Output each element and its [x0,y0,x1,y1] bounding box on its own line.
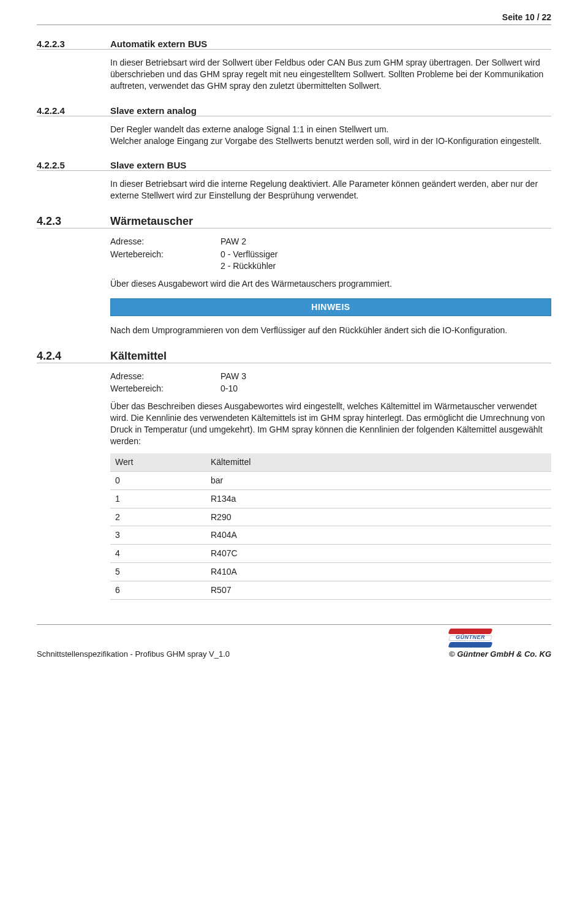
page-number: Seite 10 / 22 [37,12,551,25]
range-label: Wertebereich: [110,249,221,272]
section-title: Slave extern analog [110,105,197,116]
address-value: PAW 3 [221,371,551,382]
page-footer: Schnittstellenspezifikation - Profibus G… [37,624,551,659]
section-description: Über dieses Ausgabewort wird die Art des… [110,278,551,290]
table-cell: R410A [206,563,551,581]
table-row: 6R507 [110,581,551,600]
table-row: 2R290 [110,508,551,526]
table-cell: 1 [110,489,206,508]
table-cell: R290 [206,508,551,526]
table-cell: 0 [110,471,206,489]
range-label: Wertebereich: [110,383,221,395]
address-label: Adresse: [110,236,221,248]
table-row: 5R410A [110,563,551,581]
section-title: Kältemittel [110,350,167,363]
section-heading-4225: 4.2.2.5 Slave extern BUS [37,160,551,171]
section-heading-423: 4.2.3 Wärmetauscher [37,215,551,229]
footer-left: Schnittstellenspezifikation - Profibus G… [37,649,230,659]
table-cell: R507 [206,581,551,600]
address-label: Adresse: [110,371,221,382]
footer-right: © Güntner GmbH & Co. KG [449,649,551,659]
table-row: 4R407C [110,545,551,563]
section-body: Adresse: PAW 3 Wertebereich: 0-10 Über d… [110,371,551,600]
table-cell: 6 [110,581,206,600]
section-number: 4.2.2.3 [37,39,110,49]
range-value: 0-10 [221,383,551,395]
table-row: 3R404A [110,526,551,545]
table-cell: 5 [110,563,206,581]
table-cell: bar [206,471,551,489]
logo-text: GÜNTNER [449,634,492,640]
table-cell: 2 [110,508,206,526]
section-number: 4.2.2.4 [37,105,110,116]
table-cell: 3 [110,526,206,545]
section-body: Der Regler wandelt das externe analoge S… [110,124,551,147]
refrigerant-table: Wert Kältemittel 0bar 1R134a 2R290 3R404… [110,453,551,600]
note-title: HINWEIS [111,299,551,316]
section-heading-4223: 4.2.2.3 Automatik extern BUS [37,39,551,50]
table-cell: R407C [206,545,551,563]
range-value: 0 - Verflüssiger 2 - Rückkühler [221,249,551,272]
section-description: Über das Beschreiben dieses Ausgabeworte… [110,401,551,447]
note-body: Nach dem Umprogrammieren von dem Verflüs… [110,325,551,336]
table-row: 1R134a [110,489,551,508]
table-cell: R404A [206,526,551,545]
address-value: PAW 2 [221,236,551,248]
section-title: Automatik extern BUS [110,39,207,49]
table-cell: R134a [206,489,551,508]
section-title: Slave extern BUS [110,160,186,170]
table-header-value: Wert [110,453,206,471]
section-heading-4224: 4.2.2.4 Slave extern analog [37,105,551,116]
section-number: 4.2.4 [37,350,110,363]
guentner-logo-icon: GÜNTNER © Güntner GmbH & Co. KG [449,629,551,659]
section-number: 4.2.3 [37,215,110,228]
section-title: Wärmetauscher [110,215,193,228]
section-number: 4.2.2.5 [37,160,110,170]
table-cell: 4 [110,545,206,563]
table-row: 0bar [110,471,551,489]
section-body: Adresse: PAW 2 Wertebereich: 0 - Verflüs… [110,236,551,336]
section-body: In dieser Betriebsart wird der Sollwert … [110,57,551,92]
table-header-refrigerant: Kältemittel [206,453,551,471]
note-box: HINWEIS [110,298,551,316]
section-body: In dieser Betriebsart wird die interne R… [110,178,551,202]
section-heading-424: 4.2.4 Kältemittel [37,350,551,363]
